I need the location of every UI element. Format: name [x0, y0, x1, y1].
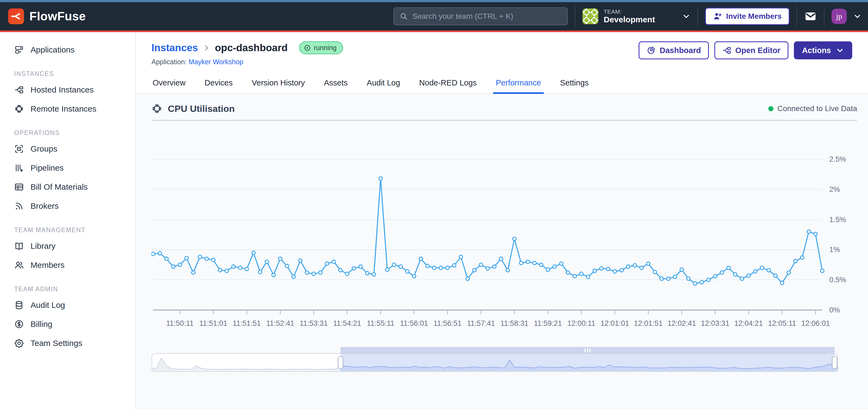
navbar-divider [575, 6, 576, 27]
sidebar-item-library[interactable]: Library [0, 237, 135, 255]
team-selector[interactable]: TEAM: Development [583, 8, 690, 25]
sidebar-item-label: Applications [31, 45, 75, 55]
sidebar-item-members[interactable]: Members [0, 255, 135, 275]
tab-audit-log[interactable]: Audit Log [366, 74, 401, 93]
notifications-mail-icon[interactable] [804, 10, 817, 23]
navbar-divider [824, 6, 825, 27]
sidebar-section-instances: INSTANCES [0, 70, 135, 77]
sidebar-item-label: Audit Log [31, 301, 65, 310]
sidebar-item-label: Billing [31, 319, 52, 329]
sidebar-section-operations: OPERATIONS [0, 129, 135, 137]
brand[interactable]: FlowFuse [8, 8, 86, 24]
sidebar-item-label: Hosted Instances [31, 85, 94, 95]
sidebar-item-pipelines[interactable]: Pipelines [0, 159, 135, 177]
svg-text:11:55:11: 11:55:11 [367, 319, 394, 328]
sidebar-item-applications[interactable]: Applications [0, 40, 135, 59]
cpu-chip-icon [152, 103, 162, 114]
section-divider [152, 120, 857, 121]
team-label: TEAM: [604, 8, 655, 15]
sidebar-item-groups[interactable]: Groups [0, 139, 135, 159]
svg-text:12:05:11: 12:05:11 [768, 319, 796, 328]
sidebar: Applications INSTANCES Hosted Instances … [0, 32, 136, 409]
sidebar-item-remote-instances[interactable]: Remote Instances [0, 99, 135, 118]
sidebar-item-label: Groups [31, 144, 57, 153]
user-plus-icon [713, 12, 722, 21]
sidebar-item-hosted-instances[interactable]: Hosted Instances [0, 80, 135, 99]
book-icon [14, 241, 24, 251]
svg-text:12:03:31: 12:03:31 [701, 319, 729, 328]
dashboard-button-label: Dashboard [659, 46, 701, 55]
svg-text:12:04:21: 12:04:21 [734, 319, 763, 328]
user-avatar: jp [832, 9, 847, 24]
svg-text:11:56:51: 11:56:51 [433, 319, 462, 328]
sidebar-item-label: Bill Of Materials [31, 182, 88, 192]
play-circle-icon [304, 44, 311, 52]
pie-chart-icon [647, 46, 656, 55]
svg-text:1.5%: 1.5% [829, 215, 846, 224]
team-search[interactable] [394, 7, 568, 25]
live-status-dot [768, 106, 773, 111]
tab-settings[interactable]: Settings [559, 74, 590, 93]
svg-text:11:54:21: 11:54:21 [333, 319, 361, 328]
open-editor-button[interactable]: Open Editor [714, 41, 788, 59]
sidebar-item-label: Library [31, 241, 56, 251]
application-link[interactable]: Mayker Workshop [189, 58, 243, 66]
branch-icon [722, 46, 732, 55]
brand-name: FlowFuse [29, 9, 86, 23]
pipelines-icon [14, 163, 24, 173]
tab-overview[interactable]: Overview [152, 74, 187, 93]
tab-devices[interactable]: Devices [204, 74, 234, 93]
svg-text:1%: 1% [829, 245, 840, 254]
section-title: CPU Utilisation [168, 103, 235, 114]
navbar-divider [797, 6, 797, 27]
svg-text:11:56:01: 11:56:01 [400, 319, 428, 328]
branch-icon [14, 85, 24, 95]
sidebar-item-label: Brokers [31, 201, 59, 211]
sidebar-item-label: Team Settings [31, 339, 82, 348]
tab-performance[interactable]: Performance [495, 74, 542, 93]
users-icon [14, 260, 24, 270]
tab-node-red-logs[interactable]: Node-RED Logs [418, 74, 478, 93]
svg-text:2.5%: 2.5% [829, 155, 846, 163]
svg-text:11:52:41: 11:52:41 [266, 319, 294, 328]
search-input[interactable] [412, 12, 562, 21]
live-status-label: Connected to Live Data [777, 104, 857, 113]
sidebar-item-brokers[interactable]: Brokers [0, 197, 135, 215]
chip-icon [14, 104, 24, 114]
chevron-right-icon [203, 44, 211, 52]
svg-text:12:01:51: 12:01:51 [634, 319, 662, 328]
performance-panel: CPU Utilisation Connected to Live Data 0… [136, 94, 868, 409]
sidebar-item-audit-log[interactable]: Audit Log [0, 296, 135, 315]
status-badge-label: running [314, 44, 337, 52]
instance-tabs: Overview Devices Version History Assets … [136, 74, 868, 94]
sidebar-item-bill-of-materials[interactable]: Bill Of Materials [0, 177, 135, 197]
sidebar-item-team-settings[interactable]: Team Settings [0, 334, 135, 353]
invite-members-button[interactable]: Invite Members [705, 8, 789, 25]
top-navbar: FlowFuse TEAM: Development [0, 0, 868, 32]
user-menu[interactable]: jp [832, 9, 862, 24]
sidebar-item-billing[interactable]: Billing [0, 315, 135, 334]
sidebar-item-label: Pipelines [31, 163, 64, 173]
sidebar-item-label: Members [31, 261, 65, 270]
actions-button[interactable]: Actions [794, 41, 852, 59]
breadcrumb-instances-link[interactable]: Instances [152, 42, 198, 54]
tab-version-history[interactable]: Version History [251, 74, 306, 93]
dollar-circle-icon [14, 319, 24, 329]
team-name: Development [604, 15, 655, 25]
svg-text:11:51:51: 11:51:51 [232, 319, 261, 328]
sidebar-section-team-admin: TEAM ADMIN [0, 285, 135, 293]
applications-icon [14, 45, 24, 55]
open-editor-button-label: Open Editor [735, 46, 780, 55]
svg-text:12:00:11: 12:00:11 [567, 319, 595, 328]
team-avatar [583, 8, 598, 24]
svg-text:11:53:31: 11:53:31 [300, 319, 328, 328]
invite-members-label: Invite Members [726, 12, 782, 21]
svg-text:11:57:41: 11:57:41 [467, 319, 495, 328]
svg-text:2%: 2% [829, 185, 840, 194]
table-icon [14, 182, 24, 192]
dashboard-button[interactable]: Dashboard [639, 41, 709, 59]
time-range-navigator[interactable] [152, 345, 868, 374]
actions-button-label: Actions [802, 46, 831, 55]
chevron-down-icon [682, 12, 690, 21]
tab-assets[interactable]: Assets [323, 74, 349, 93]
